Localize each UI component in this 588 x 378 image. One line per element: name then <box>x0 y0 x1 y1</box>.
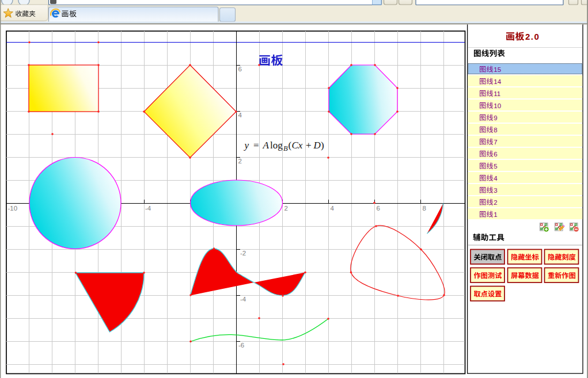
svg-text:Cx: Cx <box>292 140 303 151</box>
svg-text:4: 4 <box>331 205 335 212</box>
svg-text:15: 15 <box>494 66 501 73</box>
svg-text:A: A <box>263 140 270 151</box>
svg-text:8: 8 <box>423 205 426 212</box>
svg-text:=: = <box>253 140 259 151</box>
svg-text:-2: -2 <box>240 250 246 257</box>
svg-text:11: 11 <box>494 90 500 97</box>
svg-text:6: 6 <box>494 151 497 158</box>
svg-text:D: D <box>313 140 321 151</box>
svg-text:y: y <box>244 140 249 151</box>
svg-text:2.0: 2.0 <box>525 32 540 41</box>
svg-text:log: log <box>270 140 283 151</box>
svg-text:-4: -4 <box>240 296 246 303</box>
svg-text:7: 7 <box>494 139 497 146</box>
svg-text:1: 1 <box>494 211 497 218</box>
svg-text:): ) <box>321 140 324 151</box>
svg-text:2: 2 <box>494 199 497 206</box>
svg-text:-6: -6 <box>238 342 244 349</box>
svg-text:+: + <box>306 140 312 151</box>
svg-text:9: 9 <box>494 114 497 121</box>
svg-text:4: 4 <box>494 175 498 182</box>
svg-text:5: 5 <box>494 163 497 170</box>
svg-text:2: 2 <box>238 158 242 165</box>
svg-text:10: 10 <box>494 102 501 109</box>
svg-text:8: 8 <box>494 127 497 133</box>
svg-text:3: 3 <box>494 187 497 194</box>
svg-text:6: 6 <box>238 66 242 72</box>
svg-text:14: 14 <box>494 78 501 85</box>
svg-text:-10: -10 <box>8 205 18 212</box>
svg-text:B: B <box>283 144 288 152</box>
svg-text:4: 4 <box>238 112 242 119</box>
svg-text:-4: -4 <box>145 205 151 212</box>
svg-text:6: 6 <box>377 205 380 212</box>
svg-text:2: 2 <box>284 205 288 212</box>
